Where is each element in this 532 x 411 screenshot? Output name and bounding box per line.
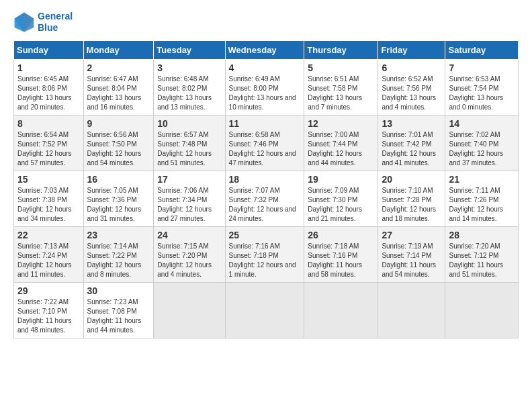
day-info: Sunrise: 6:52 AMSunset: 7:56 PMDaylight:…: [382, 75, 436, 111]
day-number: 21: [449, 174, 515, 185]
calendar-cell: 26 Sunrise: 7:18 AMSunset: 7:16 PMDaylig…: [304, 226, 378, 282]
day-number: 23: [87, 230, 150, 240]
day-number: 9: [87, 118, 150, 129]
day-number: 18: [229, 174, 301, 185]
day-number: 14: [449, 118, 515, 129]
day-info: Sunrise: 7:07 AMSunset: 7:32 PMDaylight:…: [229, 187, 296, 222]
day-number: 12: [308, 118, 374, 129]
day-number: 25: [229, 230, 301, 240]
calendar-cell: 15 Sunrise: 7:03 AMSunset: 7:38 PMDaylig…: [14, 171, 84, 226]
day-info: Sunrise: 7:14 AMSunset: 7:22 PMDaylight:…: [87, 242, 142, 278]
day-info: Sunrise: 7:15 AMSunset: 7:20 PMDaylight:…: [157, 242, 212, 278]
calendar-table: SundayMondayTuesdayWednesdayThursdayFrid…: [13, 40, 519, 338]
calendar-cell: 24 Sunrise: 7:15 AMSunset: 7:20 PMDaylig…: [154, 226, 225, 282]
week-row-2: 8 Sunrise: 6:54 AMSunset: 7:52 PMDayligh…: [14, 115, 519, 171]
day-number: 13: [382, 118, 441, 129]
day-number: 27: [382, 230, 441, 240]
day-header-sunday: Sunday: [14, 40, 84, 59]
header: General Blue: [13, 11, 519, 34]
day-info: Sunrise: 7:16 AMSunset: 7:18 PMDaylight:…: [229, 242, 296, 278]
calendar-cell: 25 Sunrise: 7:16 AMSunset: 7:18 PMDaylig…: [225, 226, 304, 282]
day-number: 15: [17, 174, 80, 185]
calendar-cell: [225, 282, 304, 338]
calendar-cell: 12 Sunrise: 7:00 AMSunset: 7:44 PMDaylig…: [304, 115, 378, 171]
day-number: 8: [17, 118, 80, 129]
calendar-cell: [304, 282, 378, 338]
day-number: 3: [157, 62, 221, 73]
calendar-cell: 16 Sunrise: 7:05 AMSunset: 7:36 PMDaylig…: [83, 171, 154, 226]
day-number: 5: [308, 62, 374, 73]
day-header-friday: Friday: [378, 40, 445, 59]
calendar-cell: 9 Sunrise: 6:56 AMSunset: 7:50 PMDayligh…: [83, 115, 154, 171]
day-info: Sunrise: 6:57 AMSunset: 7:48 PMDaylight:…: [157, 131, 212, 167]
calendar-cell: 22 Sunrise: 7:13 AMSunset: 7:24 PMDaylig…: [14, 226, 84, 282]
day-number: 10: [157, 118, 221, 129]
day-header-saturday: Saturday: [445, 40, 519, 59]
day-info: Sunrise: 7:09 AMSunset: 7:30 PMDaylight:…: [308, 187, 362, 222]
day-info: Sunrise: 6:56 AMSunset: 7:50 PMDaylight:…: [87, 131, 142, 167]
day-info: Sunrise: 6:51 AMSunset: 7:58 PMDaylight:…: [308, 75, 362, 111]
calendar-cell: 28 Sunrise: 7:20 AMSunset: 7:12 PMDaylig…: [445, 226, 519, 282]
calendar-cell: 5 Sunrise: 6:51 AMSunset: 7:58 PMDayligh…: [304, 59, 378, 115]
svg-marker-3: [15, 12, 34, 32]
header-row: SundayMondayTuesdayWednesdayThursdayFrid…: [14, 40, 519, 59]
day-info: Sunrise: 7:05 AMSunset: 7:36 PMDaylight:…: [87, 187, 142, 222]
calendar-cell: [445, 282, 519, 338]
calendar-cell: [378, 282, 445, 338]
calendar-cell: 19 Sunrise: 7:09 AMSunset: 7:30 PMDaylig…: [304, 171, 378, 226]
day-info: Sunrise: 6:54 AMSunset: 7:52 PMDaylight:…: [17, 131, 72, 167]
calendar-cell: 8 Sunrise: 6:54 AMSunset: 7:52 PMDayligh…: [14, 115, 84, 171]
calendar-cell: [154, 282, 225, 338]
day-number: 2: [87, 62, 150, 73]
calendar-cell: 10 Sunrise: 6:57 AMSunset: 7:48 PMDaylig…: [154, 115, 225, 171]
calendar-cell: 1 Sunrise: 6:45 AMSunset: 8:06 PMDayligh…: [14, 59, 84, 115]
day-info: Sunrise: 7:22 AMSunset: 7:10 PMDaylight:…: [17, 298, 72, 334]
week-row-1: 1 Sunrise: 6:45 AMSunset: 8:06 PMDayligh…: [14, 59, 519, 115]
week-row-3: 15 Sunrise: 7:03 AMSunset: 7:38 PMDaylig…: [14, 171, 519, 226]
day-number: 11: [229, 118, 301, 129]
day-info: Sunrise: 7:10 AMSunset: 7:28 PMDaylight:…: [382, 187, 436, 222]
day-number: 16: [87, 174, 150, 185]
week-row-5: 29 Sunrise: 7:22 AMSunset: 7:10 PMDaylig…: [14, 282, 519, 338]
day-header-tuesday: Tuesday: [154, 40, 225, 59]
day-info: Sunrise: 7:13 AMSunset: 7:24 PMDaylight:…: [17, 242, 72, 278]
day-info: Sunrise: 6:58 AMSunset: 7:46 PMDaylight:…: [229, 131, 296, 167]
week-row-4: 22 Sunrise: 7:13 AMSunset: 7:24 PMDaylig…: [14, 226, 519, 282]
calendar-cell: 7 Sunrise: 6:53 AMSunset: 7:54 PMDayligh…: [445, 59, 519, 115]
calendar-body: 1 Sunrise: 6:45 AMSunset: 8:06 PMDayligh…: [14, 59, 519, 338]
calendar-cell: 29 Sunrise: 7:22 AMSunset: 7:10 PMDaylig…: [14, 282, 84, 338]
calendar-cell: 13 Sunrise: 7:01 AMSunset: 7:42 PMDaylig…: [378, 115, 445, 171]
calendar-cell: 30 Sunrise: 7:23 AMSunset: 7:08 PMDaylig…: [83, 282, 154, 338]
day-number: 7: [449, 62, 515, 73]
day-info: Sunrise: 7:23 AMSunset: 7:08 PMDaylight:…: [87, 298, 142, 334]
calendar-cell: 18 Sunrise: 7:07 AMSunset: 7:32 PMDaylig…: [225, 171, 304, 226]
day-info: Sunrise: 7:18 AMSunset: 7:16 PMDaylight:…: [308, 242, 362, 278]
day-info: Sunrise: 7:00 AMSunset: 7:44 PMDaylight:…: [308, 131, 362, 167]
day-number: 24: [157, 230, 221, 240]
day-info: Sunrise: 7:19 AMSunset: 7:14 PMDaylight:…: [382, 242, 436, 278]
day-info: Sunrise: 7:02 AMSunset: 7:40 PMDaylight:…: [449, 131, 503, 167]
calendar-header: SundayMondayTuesdayWednesdayThursdayFrid…: [14, 40, 519, 59]
day-info: Sunrise: 6:48 AMSunset: 8:02 PMDaylight:…: [157, 75, 212, 111]
day-number: 28: [449, 230, 515, 240]
day-header-wednesday: Wednesday: [225, 40, 304, 59]
logo-text: General Blue: [38, 11, 73, 34]
day-info: Sunrise: 7:11 AMSunset: 7:26 PMDaylight:…: [449, 187, 503, 222]
calendar-cell: 2 Sunrise: 6:47 AMSunset: 8:04 PMDayligh…: [83, 59, 154, 115]
day-number: 29: [17, 285, 80, 296]
logo: General Blue: [13, 11, 73, 34]
day-header-thursday: Thursday: [304, 40, 378, 59]
calendar-cell: 27 Sunrise: 7:19 AMSunset: 7:14 PMDaylig…: [378, 226, 445, 282]
day-info: Sunrise: 6:49 AMSunset: 8:00 PMDaylight:…: [229, 75, 296, 111]
day-info: Sunrise: 6:47 AMSunset: 8:04 PMDaylight:…: [87, 75, 142, 111]
calendar-cell: 23 Sunrise: 7:14 AMSunset: 7:22 PMDaylig…: [83, 226, 154, 282]
day-number: 20: [382, 174, 441, 185]
day-number: 4: [229, 62, 301, 73]
day-number: 19: [308, 174, 374, 185]
day-number: 22: [17, 230, 80, 240]
calendar-cell: 20 Sunrise: 7:10 AMSunset: 7:28 PMDaylig…: [378, 171, 445, 226]
calendar-cell: 17 Sunrise: 7:06 AMSunset: 7:34 PMDaylig…: [154, 171, 225, 226]
day-info: Sunrise: 7:20 AMSunset: 7:12 PMDaylight:…: [449, 242, 503, 278]
day-info: Sunrise: 7:01 AMSunset: 7:42 PMDaylight:…: [382, 131, 436, 167]
day-info: Sunrise: 6:45 AMSunset: 8:06 PMDaylight:…: [17, 75, 72, 111]
